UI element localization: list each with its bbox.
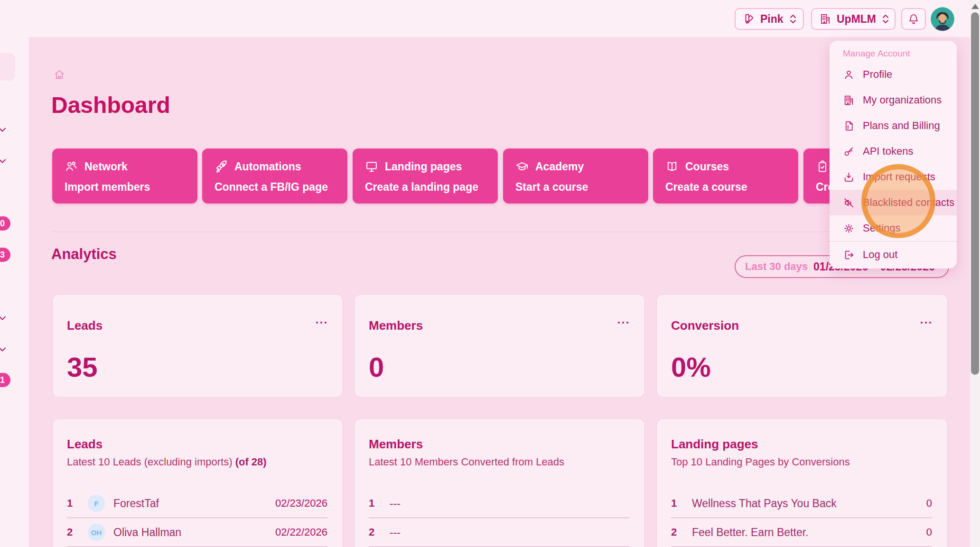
bell-icon: [907, 13, 920, 25]
sidebar-count-badge: 1: [0, 373, 10, 387]
list-item: 2 ---: [369, 518, 629, 547]
scrollbar-thumb[interactable]: [971, 12, 979, 375]
list-subtitle: Latest 10 Members Converted from Leads: [369, 456, 629, 468]
date-range-label: Last 30 days: [745, 260, 808, 273]
stat-title: Conversion: [671, 318, 739, 333]
organization-selector-label: UpMLM: [837, 13, 876, 26]
quick-action-network[interactable]: Network Import members: [52, 148, 197, 204]
main-content: Dashboard Network Import members Automat…: [29, 37, 970, 547]
sidebar-count-badge: 0: [0, 216, 10, 231]
quick-action-subtitle: Create a landing page: [365, 181, 485, 194]
quick-action-academy[interactable]: Academy Start a course: [503, 148, 648, 204]
theme-selector[interactable]: Pink: [735, 8, 804, 30]
scrollbar-up-arrow[interactable]: [971, 4, 979, 9]
list-subtitle: Top 10 Landing Pages by Conversions: [671, 456, 932, 468]
quick-action-title: Network: [84, 160, 128, 173]
click-highlight: [861, 164, 935, 238]
sidebar: 0 3 1: [0, 37, 29, 547]
stat-title: Members: [369, 318, 423, 333]
home-icon[interactable]: [53, 68, 65, 81]
menu-item-plans-billing[interactable]: $ Plans and Billing: [830, 113, 957, 139]
list-title: Landing pages: [671, 437, 932, 452]
muted-icon: [843, 197, 855, 209]
sidebar-item-active[interactable]: [0, 53, 15, 81]
user-icon: [843, 69, 855, 81]
quick-action-automations[interactable]: Automations Connect a FB/IG page: [202, 148, 347, 204]
chevron-down-icon[interactable]: [0, 124, 8, 135]
quick-action-subtitle: Start a course: [515, 181, 636, 194]
more-options-icon[interactable]: [617, 320, 629, 325]
more-options-icon[interactable]: [920, 320, 932, 325]
list-item[interactable]: 2 Feel Better. Earn Better. 0: [671, 518, 932, 547]
updown-chevrons-icon: [789, 13, 797, 25]
stat-card-conversion: Conversion 0%: [656, 294, 948, 398]
list-item[interactable]: 1 Wellness That Pays You Back 0: [671, 489, 932, 518]
stat-value: 35: [67, 353, 327, 381]
clipboard-check-icon: [816, 160, 829, 173]
stat-value: 0%: [671, 353, 932, 381]
import-icon: [843, 171, 855, 183]
section-divider: [51, 232, 948, 232]
menu-item-profile[interactable]: Profile: [830, 62, 957, 87]
list-card-landing-pages: Landing pages Top 10 Landing Pages by Co…: [656, 418, 948, 547]
user-avatar[interactable]: [931, 7, 954, 31]
list-card-members: Members Latest 10 Members Converted from…: [354, 418, 645, 547]
stat-card-members: Members 0: [354, 294, 645, 398]
quick-action-title: Courses: [685, 160, 729, 173]
list-item[interactable]: 1 F ForestTaf 02/23/2026: [67, 489, 327, 518]
topbar: Pink UpMLM: [0, 0, 980, 37]
gear-icon: [843, 223, 855, 234]
quick-action-subtitle: Create a course: [665, 181, 786, 194]
avatar: OH: [88, 524, 105, 541]
quick-action-landing-pages[interactable]: Landing pages Create a landing page: [353, 148, 498, 204]
page-title: Dashboard: [51, 92, 170, 118]
rocket-icon: [215, 160, 228, 173]
menu-header: Manage Account: [830, 45, 957, 62]
monitor-icon: [365, 160, 378, 173]
graduation-cap-icon: [515, 160, 529, 173]
list-item: 1 ---: [369, 489, 629, 518]
book-icon: [665, 160, 679, 173]
quick-action-subtitle: Connect a FB/IG page: [215, 181, 335, 194]
avatar: F: [88, 495, 105, 512]
key-icon: [843, 146, 855, 158]
notifications-button[interactable]: [901, 8, 926, 30]
menu-item-log-out[interactable]: Log out: [830, 242, 957, 268]
logout-icon: [843, 249, 855, 261]
quick-action-title: Academy: [535, 160, 584, 173]
more-options-icon[interactable]: [315, 320, 327, 325]
list-item[interactable]: 2 OH Oliva Hallman 02/22/2026: [67, 518, 327, 547]
updown-chevrons-icon: [881, 13, 890, 25]
quick-action-courses[interactable]: Courses Create a course: [653, 148, 798, 204]
list-title: Leads: [67, 437, 327, 452]
swatch-icon: [743, 13, 755, 25]
billing-icon: $: [843, 120, 855, 132]
list-title: Members: [369, 437, 629, 452]
list-subtitle: Latest 10 Leads (excluding imports) (of …: [67, 456, 327, 468]
menu-item-api-tokens[interactable]: API tokens: [830, 139, 957, 164]
chevron-down-icon[interactable]: [0, 155, 8, 167]
chevron-down-icon[interactable]: [0, 312, 8, 324]
quick-action-title: Automations: [234, 160, 301, 173]
menu-item-my-organizations[interactable]: My organizations: [830, 87, 957, 113]
building-icon: [843, 94, 855, 106]
building-icon: [819, 13, 831, 25]
organization-selector[interactable]: UpMLM: [811, 8, 896, 30]
analytics-heading: Analytics: [51, 246, 117, 263]
svg-text:$: $: [847, 125, 849, 130]
scrollbar[interactable]: [970, 0, 980, 547]
chevron-down-icon[interactable]: [0, 343, 8, 355]
theme-selector-label: Pink: [760, 13, 784, 26]
stat-value: 0: [369, 353, 629, 381]
sidebar-count-badge: 3: [0, 248, 10, 262]
list-card-leads: Leads Latest 10 Leads (excluding imports…: [52, 418, 343, 547]
people-icon: [65, 160, 78, 173]
quick-action-subtitle: Import members: [65, 181, 185, 194]
stat-title: Leads: [67, 318, 103, 333]
quick-action-title: Landing pages: [385, 160, 462, 173]
stat-card-leads: Leads 35: [52, 294, 343, 398]
